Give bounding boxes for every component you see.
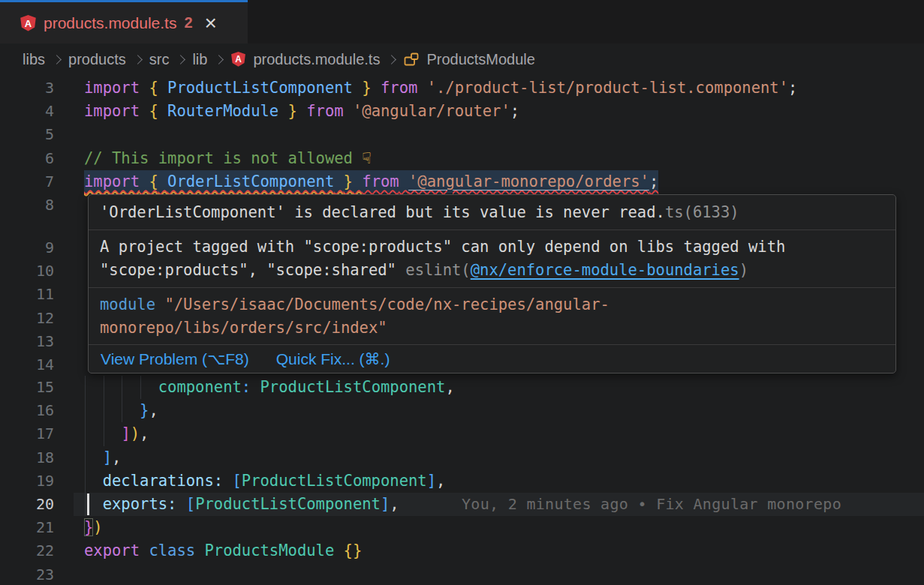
token: from — [362, 172, 399, 190]
token: ] — [427, 472, 436, 490]
angular-file-icon: A — [20, 14, 37, 32]
line-number-9[interactable]: 9 — [0, 236, 54, 260]
breadcrumb-item-libs[interactable]: libs — [23, 51, 45, 68]
token: , — [390, 495, 399, 513]
token — [344, 102, 353, 120]
token — [140, 542, 149, 560]
tab-title: products.module.ts — [44, 14, 176, 32]
token — [223, 472, 232, 490]
line-number-16[interactable]: 16 — [0, 399, 54, 422]
code-text: import { RouterModule } from '@angular/r… — [84, 100, 519, 123]
token: ; — [649, 172, 658, 190]
token — [176, 495, 185, 513]
code-text: declarations: [ProductListComponent], — [84, 470, 445, 493]
breadcrumb-item-products[interactable]: products — [68, 51, 126, 68]
eslint-rule-link[interactable]: @nx/enforce-module-boundaries — [471, 261, 739, 279]
breadcrumb-item-symbol[interactable]: ProductsModule — [426, 51, 535, 68]
line-number-19[interactable]: 19 — [0, 470, 54, 493]
line-number-18[interactable]: 18 — [0, 446, 54, 470]
token: { — [149, 79, 158, 97]
token: './product-list/product-list.component' — [427, 79, 788, 97]
git-blame-annotation: You, 2 minutes ago • Fix Angular monorep… — [462, 493, 841, 516]
breadcrumb-item-src[interactable]: src — [149, 51, 170, 68]
code-line-6[interactable]: 6// This import is not allowed ☟ — [0, 147, 924, 170]
text-cursor — [87, 494, 89, 515]
code-line-19[interactable]: 19 declarations: [ProductListComponent], — [0, 470, 924, 493]
breadcrumb-item-file[interactable]: products.module.ts — [253, 51, 380, 68]
token: ) — [93, 518, 102, 536]
code-text: export class ProductsModule {} — [84, 539, 362, 562]
token: OrderListComponent — [167, 172, 334, 190]
close-icon[interactable]: × — [205, 13, 217, 34]
token — [140, 102, 149, 120]
token: from — [306, 102, 343, 120]
token: ProductListComponent — [195, 495, 381, 513]
token — [399, 172, 408, 190]
code-line-5[interactable]: 5 — [0, 123, 924, 146]
line-number-6[interactable]: 6 — [0, 147, 54, 170]
chevron-right-icon — [176, 55, 186, 64]
code-line-22[interactable]: 22export class ProductsModule {} — [0, 539, 924, 562]
token: component — [158, 378, 242, 396]
code-line-15[interactable]: 15 component: ProductListComponent, — [0, 376, 924, 399]
line-number-17[interactable]: 17 — [0, 422, 54, 446]
code-line-7[interactable]: 7import { OrderListComponent } from '@an… — [0, 170, 924, 194]
line-number-5[interactable]: 5 — [0, 123, 54, 146]
svg-text:A: A — [236, 54, 242, 64]
token: class — [149, 542, 195, 560]
code-text: // This import is not allowed ☟ — [84, 147, 372, 170]
line-number-10[interactable]: 10 — [0, 260, 54, 283]
token — [84, 448, 103, 466]
token: // This import is not allowed — [84, 149, 362, 167]
line-number-4[interactable]: 4 — [0, 100, 54, 123]
token: [ — [186, 495, 195, 513]
line-number-11[interactable]: 11 — [0, 283, 54, 306]
token: ; — [510, 102, 519, 120]
code-line-21[interactable]: 21}) — [0, 516, 924, 539]
token: ☟ — [362, 149, 371, 167]
code-editor[interactable]: 3import { ProductListComponent } from '.… — [0, 75, 924, 585]
code-line-16[interactable]: 16 }, — [0, 399, 924, 422]
token: , — [436, 472, 445, 490]
token — [140, 79, 149, 97]
token — [278, 102, 287, 120]
chevron-right-icon — [52, 55, 62, 64]
view-problem-action[interactable]: View Problem (⌥F8) — [101, 350, 249, 368]
token: import — [84, 79, 140, 97]
code-line-4[interactable]: 4import { RouterModule } from '@angular/… — [0, 100, 924, 123]
line-number-20[interactable]: 20 — [0, 493, 54, 516]
token: : — [214, 472, 223, 490]
token: } — [84, 518, 93, 536]
line-number-21[interactable]: 21 — [0, 516, 54, 539]
token: , — [140, 424, 149, 442]
code-line-23[interactable]: 23 — [0, 563, 924, 585]
token: , — [149, 401, 158, 419]
code-line-20[interactable]: 20 exports: [ProductListComponent],You, … — [0, 493, 924, 516]
line-number-23[interactable]: 23 — [0, 563, 54, 585]
breadcrumb-item-lib[interactable]: lib — [192, 51, 207, 68]
token — [417, 79, 426, 97]
line-number-8[interactable]: 8 — [0, 194, 54, 217]
token — [158, 79, 167, 97]
line-number-12[interactable]: 12 — [0, 307, 54, 330]
line-number-3[interactable]: 3 — [0, 76, 54, 100]
token: exports — [103, 495, 167, 513]
line-number-14[interactable]: 14 — [0, 353, 54, 376]
token — [84, 424, 121, 442]
quick-fix-action[interactable]: Quick Fix... (⌘.) — [276, 350, 390, 368]
breadcrumb: libs products src lib A products.module.… — [0, 44, 924, 75]
token — [297, 102, 306, 120]
code-line-17[interactable]: 17 ]), — [0, 422, 924, 446]
token: ProductListComponent — [242, 472, 427, 490]
line-number-15[interactable]: 15 — [0, 376, 54, 399]
line-number-7[interactable]: 7 — [0, 170, 54, 194]
code-line-18[interactable]: 18 ], — [0, 446, 924, 470]
tab-products-module[interactable]: A products.module.ts 2 × — [0, 0, 248, 44]
token: RouterModule — [167, 102, 278, 120]
chevron-right-icon — [133, 55, 143, 64]
code-line-3[interactable]: 3import { ProductListComponent } from '.… — [0, 76, 924, 100]
token: '@angular/router' — [353, 102, 510, 120]
line-number-22[interactable]: 22 — [0, 539, 54, 562]
line-number-13[interactable]: 13 — [0, 330, 54, 353]
hover-actions: View Problem (⌥F8) Quick Fix... (⌘.) — [89, 345, 895, 373]
